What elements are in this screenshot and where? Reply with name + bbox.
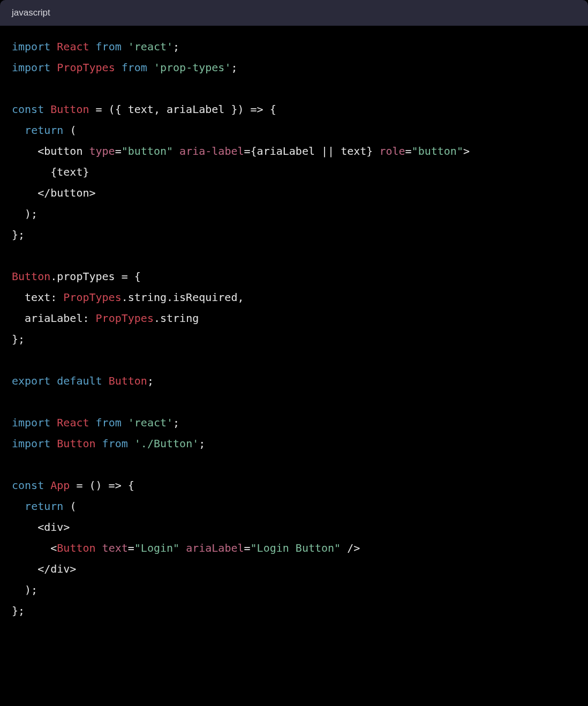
- code-content[interactable]: import React from 'react'; import PropTy…: [0, 26, 588, 637]
- code-token: {text}: [12, 166, 89, 178]
- code-token: text:: [12, 291, 63, 304]
- code-token: './Button': [134, 437, 199, 450]
- code-token: =: [115, 145, 122, 157]
- code-token: [89, 40, 96, 53]
- code-token: .string.isRequired,: [122, 291, 244, 304]
- code-token: [147, 61, 154, 74]
- code-token: 'prop-types': [154, 61, 231, 74]
- code-token: );: [12, 583, 37, 596]
- code-token: App: [50, 479, 70, 492]
- code-token: [12, 124, 25, 137]
- code-token: <: [12, 542, 57, 554]
- code-token: .propTypes = {: [50, 270, 141, 283]
- code-token: [179, 542, 186, 554]
- code-token: 'react': [128, 416, 173, 429]
- code-token: ariaLabel: [186, 542, 244, 554]
- code-token: Button: [109, 374, 147, 387]
- code-token: from: [122, 61, 147, 74]
- code-token: };: [12, 333, 25, 346]
- code-token: [173, 145, 179, 157]
- code-token: <button: [12, 145, 89, 157]
- code-token: const: [12, 103, 50, 116]
- code-token: (: [63, 124, 76, 137]
- code-token: PropTypes: [96, 312, 154, 325]
- code-token: (: [63, 500, 76, 513]
- code-token: role: [379, 145, 405, 157]
- code-token: ;: [173, 416, 179, 429]
- code-token: ;: [231, 61, 237, 74]
- code-token: ariaLabel:: [12, 312, 96, 325]
- code-token: return: [25, 500, 63, 513]
- code-token: "Login Button": [251, 542, 341, 554]
- code-block: javascript import React from 'react'; im…: [0, 0, 588, 637]
- code-token: import: [12, 437, 57, 450]
- code-token: [128, 437, 134, 450]
- code-token: [122, 416, 128, 429]
- code-token: [96, 437, 102, 450]
- code-token: import: [12, 416, 57, 429]
- code-token: ;: [173, 40, 179, 53]
- code-token: text: [102, 542, 128, 554]
- code-token: Button: [57, 437, 95, 450]
- language-label: javascript: [12, 7, 50, 18]
- code-token: >: [463, 145, 470, 157]
- code-token: import: [12, 61, 57, 74]
- code-token: };: [12, 228, 25, 241]
- code-token: );: [12, 207, 37, 220]
- code-token: ;: [199, 437, 205, 450]
- code-token: React: [57, 40, 89, 53]
- code-token: React: [57, 416, 89, 429]
- code-token: [122, 40, 128, 53]
- code-token: Button: [57, 542, 95, 554]
- code-token: = () => {: [70, 479, 134, 492]
- code-token: PropTypes: [57, 61, 115, 74]
- code-token: export default: [12, 374, 109, 387]
- code-token: Button: [12, 270, 50, 283]
- code-token: <div>: [12, 521, 70, 534]
- code-token: from: [102, 437, 128, 450]
- code-token: "button": [412, 145, 463, 157]
- code-token: [115, 61, 122, 74]
- code-token: };: [12, 604, 25, 617]
- code-token: "Login": [134, 542, 179, 554]
- code-token: import: [12, 40, 57, 53]
- code-token: const: [12, 479, 50, 492]
- code-token: />: [341, 542, 360, 554]
- code-token: "button": [122, 145, 173, 157]
- code-token: type: [89, 145, 115, 157]
- code-token: PropTypes: [63, 291, 121, 304]
- code-token: =: [244, 542, 251, 554]
- code-token: =: [128, 542, 134, 554]
- code-token: aria-label: [179, 145, 244, 157]
- code-token: from: [96, 40, 122, 53]
- code-header: javascript: [0, 0, 588, 26]
- code-token: ;: [147, 374, 154, 387]
- code-token: Button: [50, 103, 89, 116]
- code-token: [96, 542, 102, 554]
- code-token: </button>: [12, 186, 96, 199]
- code-token: </div>: [12, 562, 76, 575]
- code-token: [89, 416, 96, 429]
- code-token: from: [96, 416, 122, 429]
- code-token: =: [405, 145, 412, 157]
- code-token: = ({ text, ariaLabel }) => {: [89, 103, 276, 116]
- code-token: 'react': [128, 40, 173, 53]
- code-token: .string: [154, 312, 199, 325]
- code-token: return: [25, 124, 63, 137]
- code-token: ={ariaLabel || text}: [244, 145, 380, 157]
- code-token: [12, 500, 25, 513]
